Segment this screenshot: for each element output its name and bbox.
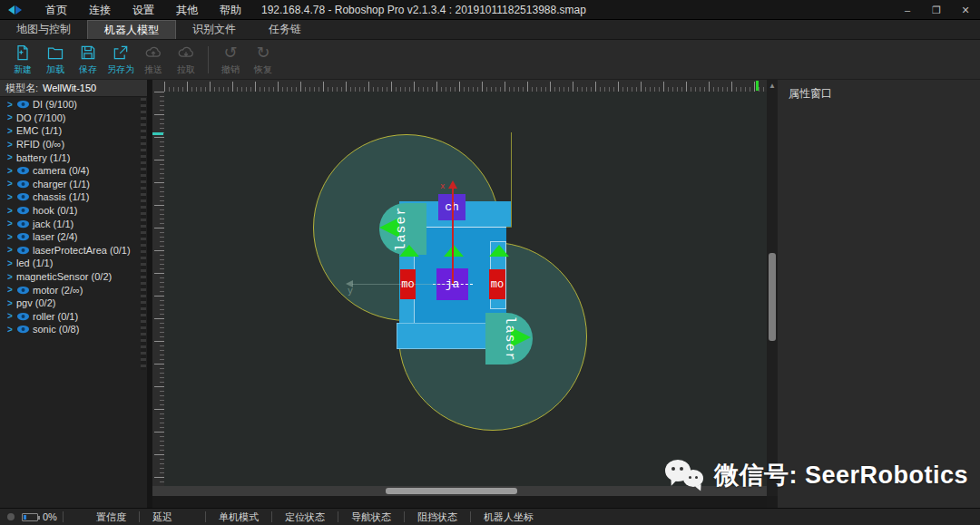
motor-right-component[interactable]: mo (489, 269, 505, 299)
eye-icon[interactable] (16, 192, 30, 201)
scrollbar-thumb[interactable] (386, 488, 517, 494)
tree-item-motor[interactable]: >motor (2/∞) (0, 283, 140, 297)
chevron-right-icon[interactable]: > (7, 258, 16, 268)
scrollbar-thumb[interactable] (769, 253, 776, 341)
chevron-right-icon[interactable]: > (7, 152, 16, 162)
menu-home[interactable]: 首页 (34, 0, 78, 20)
status-latency[interactable]: 延迟 (145, 510, 180, 524)
wechat-icon (665, 456, 707, 494)
save-as-icon (112, 43, 130, 63)
model-tree-sidebar: 模型名: WellWit-150 >DI (9/100) >DO (7/100)… (0, 80, 147, 508)
eye-icon[interactable] (16, 166, 30, 175)
new-button[interactable]: 新建 (9, 41, 36, 79)
status-navigation[interactable]: 导航状态 (344, 510, 398, 524)
axis-y-label: y (348, 287, 353, 297)
undo-icon: ↺ (223, 43, 237, 63)
tab-robot-model[interactable]: 机器人模型 (87, 20, 176, 39)
chevron-right-icon[interactable]: > (7, 311, 16, 321)
eye-icon[interactable] (16, 325, 30, 334)
tree-item-jack[interactable]: >jack (1/1) (0, 217, 140, 230)
chevron-right-icon[interactable]: > (7, 272, 16, 282)
model-canvas[interactable]: laser laser ch mo mo ja x y (152, 80, 767, 496)
status-blocked[interactable]: 阻挡状态 (410, 510, 465, 524)
component-tree: >DI (9/100) >DO (7/100) >EMC (1/1) >RFID… (0, 98, 140, 336)
menu-connect[interactable]: 连接 (78, 0, 122, 20)
status-confidence[interactable]: 置信度 (89, 510, 133, 524)
chevron-right-icon[interactable]: > (7, 179, 16, 189)
chevron-right-icon[interactable]: > (7, 285, 16, 295)
tree-item-roller[interactable]: >roller (0/1) (0, 310, 140, 324)
tree-item-battery[interactable]: >battery (1/1) (0, 151, 140, 164)
model-name-value[interactable]: WellWit-150 (43, 83, 96, 93)
model-name-label: 模型名: (5, 82, 38, 95)
chevron-right-icon[interactable]: > (7, 298, 16, 308)
eye-icon[interactable] (16, 206, 30, 215)
canvas-vertical-scrollbar[interactable]: ▲ (767, 80, 778, 496)
tree-item-di[interactable]: >DI (9/100) (0, 98, 140, 112)
watermark: 微信号: SeerRobotics (665, 453, 968, 497)
model-name-header: 模型名: WellWit-150 (0, 80, 147, 97)
tab-recognition-file[interactable]: 识别文件 (176, 20, 252, 39)
wheel-arrow-left (399, 245, 419, 257)
tree-item-pgv[interactable]: >pgv (0/2) (0, 297, 140, 310)
eye-icon[interactable] (16, 100, 30, 109)
chevron-right-icon[interactable]: > (7, 232, 16, 242)
tree-item-laserprotectarea[interactable]: >laserProtectArea (0/1) (0, 244, 140, 258)
undo-button[interactable]: ↺ 撤销 (217, 41, 244, 79)
eye-icon[interactable] (16, 219, 30, 228)
status-localization[interactable]: 定位状态 (278, 510, 332, 524)
status-standalone-mode[interactable]: 单机模式 (211, 510, 266, 524)
menu-help[interactable]: 帮助 (209, 0, 252, 20)
tab-task-chain[interactable]: 任务链 (252, 20, 318, 39)
chevron-right-icon[interactable]: > (7, 140, 16, 150)
pull-button[interactable]: 拉取 (172, 41, 200, 79)
tree-item-sonic[interactable]: >sonic (0/8) (0, 323, 140, 336)
minimize-button[interactable]: – (893, 0, 922, 20)
tree-item-led[interactable]: >led (1/1) (0, 257, 140, 270)
eye-icon[interactable] (16, 312, 30, 321)
load-button[interactable]: 加载 (42, 41, 69, 79)
tree-item-chassis[interactable]: >chassis (1/1) (0, 190, 140, 204)
eye-icon[interactable] (16, 180, 30, 189)
chevron-right-icon[interactable]: > (7, 192, 16, 202)
menu-settings[interactable]: 设置 (122, 0, 165, 20)
save-as-button[interactable]: 另存为 (107, 41, 134, 79)
app-logo-icon (8, 5, 22, 15)
canvas-bottom-strip (152, 496, 767, 508)
tree-item-rfid[interactable]: >RFID (0/∞) (0, 138, 140, 151)
status-robot-coordinates[interactable]: 机器人坐标 (476, 510, 541, 524)
eye-icon[interactable] (16, 286, 30, 295)
tree-item-do[interactable]: >DO (7/100) (0, 112, 140, 125)
save-button[interactable]: 保存 (74, 41, 102, 79)
chevron-right-icon[interactable]: > (7, 126, 16, 136)
title-bar: 首页 连接 设置 其他 帮助 192.168.4.78 - Roboshop P… (0, 0, 980, 20)
scroll-up-arrow-icon[interactable]: ▲ (767, 80, 778, 91)
eye-icon[interactable] (16, 246, 30, 255)
close-button[interactable]: ✕ (951, 0, 980, 20)
chevron-right-icon[interactable]: > (7, 206, 16, 216)
eye-icon[interactable] (16, 232, 30, 241)
tree-item-camera[interactable]: >camera (0/4) (0, 164, 140, 178)
redo-button[interactable]: ↻ 恢复 (250, 41, 277, 79)
tree-item-emc[interactable]: >EMC (1/1) (0, 124, 140, 138)
chevron-right-icon[interactable]: > (7, 325, 16, 335)
main-tab-bar: 地图与控制 机器人模型 识别文件 任务链 (0, 20, 980, 40)
tree-item-hook[interactable]: >hook (0/1) (0, 204, 140, 218)
wheel-arrow-center (444, 245, 464, 257)
tree-item-charger[interactable]: >charger (1/1) (0, 178, 140, 191)
tab-map-control[interactable]: 地图与控制 (0, 20, 87, 39)
tree-item-laser[interactable]: >laser (2/4) (0, 230, 140, 244)
push-button[interactable]: 推送 (140, 41, 167, 79)
restore-button[interactable]: ❐ (922, 0, 951, 20)
chevron-right-icon[interactable]: > (7, 245, 16, 255)
sidebar-scrollbar[interactable] (141, 98, 146, 370)
chevron-right-icon[interactable]: > (7, 166, 16, 176)
window-title: 192.168.4.78 - Roboshop Pro v2.1.3.4 : 2… (261, 4, 586, 16)
menu-other[interactable]: 其他 (165, 0, 209, 20)
axis-y-line (352, 284, 452, 285)
chevron-right-icon[interactable]: > (7, 112, 16, 122)
chevron-right-icon[interactable]: > (7, 100, 16, 110)
tree-item-magneticsensor[interactable]: >magneticSensor (0/2) (0, 270, 140, 284)
axis-x-arrow-icon (448, 180, 457, 189)
chevron-right-icon[interactable]: > (7, 219, 16, 228)
